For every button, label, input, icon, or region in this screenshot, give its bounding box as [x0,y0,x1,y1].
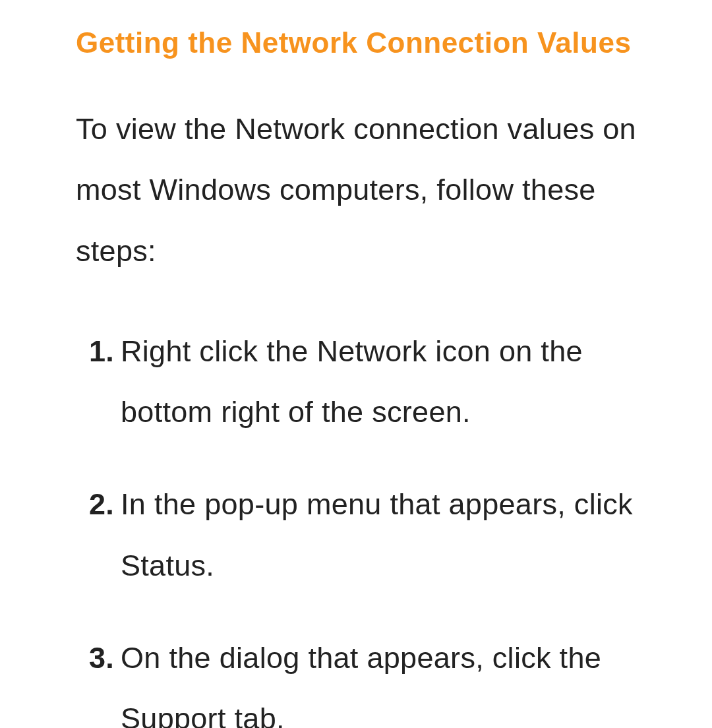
step-text: In the pop-up menu that appears, click S… [121,487,633,582]
step-item: 2. In the pop-up menu that appears, clic… [89,474,676,596]
section-heading: Getting the Network Connection Values [76,26,676,59]
step-number: 2. [89,474,114,535]
step-number: 1. [89,321,114,382]
step-item: 1. Right click the Network icon on the b… [89,321,676,443]
step-text: Right click the Network icon on the bott… [121,334,583,429]
step-text: On the dialog that appears, click the Su… [121,641,601,728]
intro-paragraph: To view the Network connection values on… [76,99,676,282]
steps-list: 1. Right click the Network icon on the b… [76,321,676,728]
step-number: 3. [89,628,114,688]
step-item: 3. On the dialog that appears, click the… [89,628,676,728]
